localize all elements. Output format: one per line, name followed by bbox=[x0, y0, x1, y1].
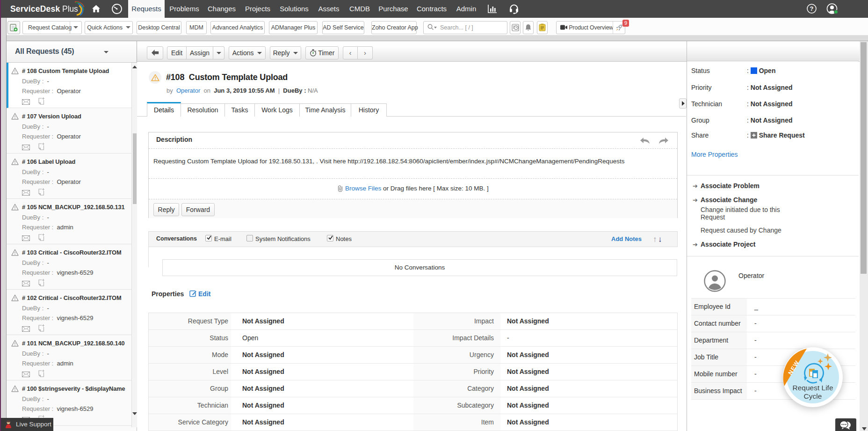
svg-text:Request Life: Request Life bbox=[792, 384, 833, 392]
svg-text:Cycle: Cycle bbox=[804, 392, 822, 400]
svg-text:?: ? bbox=[810, 5, 814, 12]
